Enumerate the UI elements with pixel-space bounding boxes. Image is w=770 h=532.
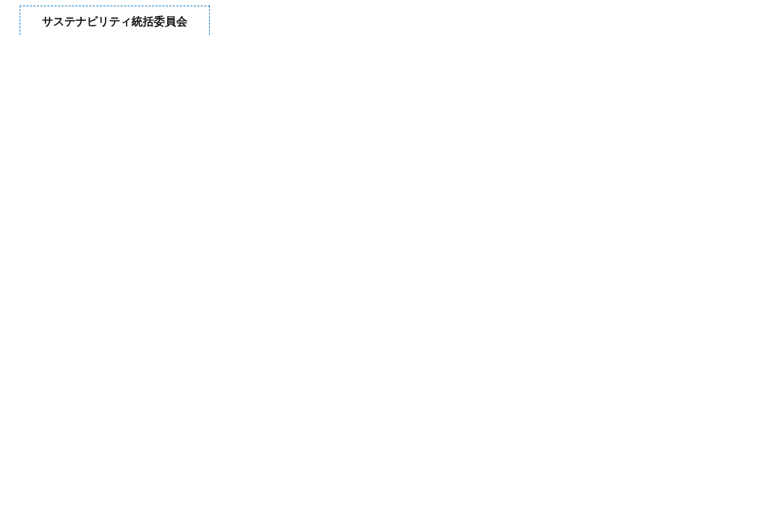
committee-box: サステナビリティ統括委員会 — [20, 6, 210, 35]
